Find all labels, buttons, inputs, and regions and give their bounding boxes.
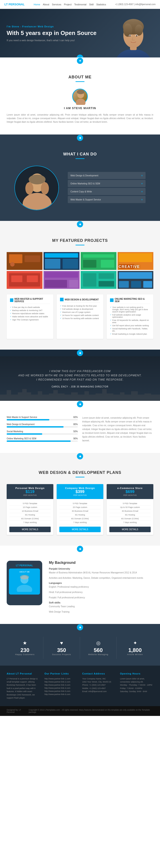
svg-point-54	[17, 585, 32, 592]
feature-1-list: 5 free per day to check website Backup w…	[10, 306, 50, 321]
stat-2-number: 350	[47, 647, 76, 653]
project-thumb-3[interactable]	[81, 252, 116, 270]
svg-rect-41	[45, 280, 67, 288]
footer-link-1[interactable]: http://www.partner-link-1.com	[44, 677, 78, 680]
service-item-2[interactable]: Online Marketing SEO & SEM +	[68, 180, 146, 187]
divider-6: ◈	[0, 453, 160, 460]
svg-rect-26	[63, 259, 78, 269]
footer-4-line2: Monday - Thursday: 7:30AM - 10PM	[120, 683, 153, 686]
stats-grid: ★ 230 Happy Customers ♥ 350 Success Proj…	[7, 637, 153, 659]
bio-inner: LT PERSONAL ABOUT ME My Background Panja…	[7, 561, 153, 616]
feature-3-icon	[110, 299, 114, 302]
footer-4-line1: Lorem ipsum dolor sit amet, consectetur …	[120, 677, 153, 684]
footer-link-4[interactable]: http://www.partner-link-4.com	[44, 686, 78, 690]
divider-2: ◈	[0, 134, 160, 141]
services-title: WHAT I CAN DO	[7, 152, 153, 159]
nav-home[interactable]: Home	[34, 3, 40, 6]
feature-3-list: Your website is not ranking good in Goog…	[110, 306, 150, 336]
plan-1-header: Personal Web Design $119 PER MONTHS	[7, 484, 53, 499]
feature-card-2: WEB DESIGN & DEVELOPMENT Free domain & h…	[57, 294, 103, 339]
footer-4-title: Opening Hours	[120, 672, 153, 675]
hero-subtitle: If you need a web design freelancer, tha…	[7, 39, 153, 42]
svg-rect-46	[98, 281, 114, 287]
footer-col-3: Contact Address Your Company Name, INC 1…	[82, 672, 116, 700]
plan-2-btn[interactable]: MORE DETAILS	[59, 527, 101, 532]
divider-7: ◈	[0, 546, 160, 552]
nav-about[interactable]: About	[43, 3, 49, 6]
footer-3-line3: Phone: +1 (063) 123-4567	[82, 683, 116, 686]
project-thumb-2[interactable]	[44, 252, 79, 270]
svg-marker-52	[0, 389, 160, 401]
hero-section: I'm Steve - Freelancer Web Design With 5…	[0, 9, 160, 58]
project-thumb-7[interactable]	[81, 271, 116, 289]
skill-3-pct: 50%	[73, 430, 78, 433]
svg-rect-21	[25, 255, 40, 262]
bio-phone-sublabel: ABOUT ME	[11, 571, 38, 573]
creative-label: CREATIVE	[119, 265, 140, 269]
bio-phone-label: LT PERSONAL	[9, 564, 40, 567]
bio-lang-2: Hindi: Full professional proficiency	[49, 591, 153, 594]
svg-point-12	[77, 90, 84, 94]
stat-1-label: Happy Customers	[10, 653, 40, 656]
footer-col-1: About LT Personal LT Personal is a premi…	[7, 672, 40, 700]
skills-section: Web Master & Support Service 60% Web Des…	[0, 407, 160, 453]
footer-3-line4: Mobile: +1 (063) 123-4567	[82, 687, 116, 690]
svg-rect-51	[143, 281, 152, 288]
service-item-1[interactable]: Web Design & Development +	[68, 172, 146, 179]
footer-link-3[interactable]: http://www.partner-link-3.com	[44, 683, 78, 686]
bio-soft-2: Web Design Training	[49, 610, 153, 614]
stat-4-label: Article Written	[120, 653, 150, 656]
stat-1: ★ 230 Happy Customers	[7, 637, 43, 659]
feature-2-list: Free domain & hosting for the first year…	[60, 304, 100, 320]
testimonial-section: I KNOW THIS GUY VIA FREELANCER.COM AND H…	[0, 356, 160, 401]
plan-3-btn[interactable]: MORE DETAILS	[109, 527, 151, 532]
nav-testimonial[interactable]: Testimonial	[74, 3, 86, 6]
svg-point-11	[76, 99, 86, 105]
footer-main: About LT Personal LT Personal is a premi…	[0, 665, 160, 706]
project-thumb-5[interactable]	[7, 271, 42, 289]
nav-services[interactable]: Services	[52, 3, 61, 6]
bio-lang-1: English: Professional reading proficienc…	[49, 585, 153, 589]
bio-soft-1: Community Team Leading	[49, 605, 153, 608]
plans-title: WEB DESIGN & DEVELOPMENT PLANS	[7, 470, 153, 477]
feature-2-icon	[60, 298, 64, 301]
svg-point-18	[41, 182, 49, 195]
footer-col-2: Our Partner Links http://www.partner-lin…	[44, 672, 78, 700]
city-silhouette	[0, 388, 160, 401]
skill-1-pct: 60%	[73, 416, 78, 418]
bio-school: Panjabi University	[49, 567, 153, 570]
plan-card-3: e-Commerce Store $699 PER MONTHS 5 PSD T…	[107, 484, 153, 535]
service-item-4[interactable]: Web Master & Support Service +	[68, 196, 146, 203]
hero-content: I'm Steve - Freelancer Web Design With 5…	[0, 16, 160, 50]
project-thumb-6[interactable]	[44, 271, 79, 289]
stat-1-number: 230	[10, 647, 40, 653]
service-item-3[interactable]: Content Copy & Write +	[68, 188, 146, 195]
nav-project[interactable]: Project	[64, 3, 72, 6]
skill-4: Online Marketing SEO & SEM 90%	[7, 437, 78, 442]
svg-point-17	[25, 182, 33, 195]
plan-1-btn[interactable]: MORE DETAILS	[9, 527, 51, 532]
navbar: LT PERSONAL Home About Services Project …	[0, 0, 160, 9]
footer-link-5[interactable]: http://www.partner-link-5.com	[44, 690, 78, 693]
svg-rect-38	[27, 275, 38, 282]
svg-rect-45	[98, 273, 114, 279]
footer-link-6[interactable]: http://www.partner-link-6.com	[44, 693, 78, 696]
svg-rect-44	[83, 273, 96, 287]
nav-skill[interactable]: Skill	[89, 3, 93, 6]
projects-section: MY FEATURED PROJECTS CREATIVE	[0, 227, 160, 350]
project-thumb-8[interactable]	[118, 271, 153, 289]
stat-4: ✦ 1,800 Article Written	[117, 637, 153, 659]
project-thumb-1[interactable]	[7, 252, 42, 270]
skill-3: Social Marketing 50%	[7, 430, 78, 435]
services-list: Web Design & Development + Online Market…	[68, 172, 146, 204]
stat-1-icon: ★	[10, 640, 40, 646]
project-thumb-creative[interactable]: CREATIVE	[118, 252, 153, 270]
projects-grid: CREATIVE	[7, 252, 153, 289]
nav-statistics[interactable]: Statistics	[96, 3, 106, 6]
testimonial-author: CAROL ENCY - JOB 35 MANAGING DIRECTOR	[11, 385, 149, 388]
hero-tag: I'm Steve - Freelancer Web Design	[7, 25, 153, 28]
svg-rect-50	[131, 281, 141, 288]
divider-5: ◈	[0, 401, 160, 407]
skills-description: Lorem ipsum dolor sit amet, consectetur …	[82, 416, 153, 444]
footer-link-2[interactable]: http://www.partner-link-2.com	[44, 680, 78, 683]
